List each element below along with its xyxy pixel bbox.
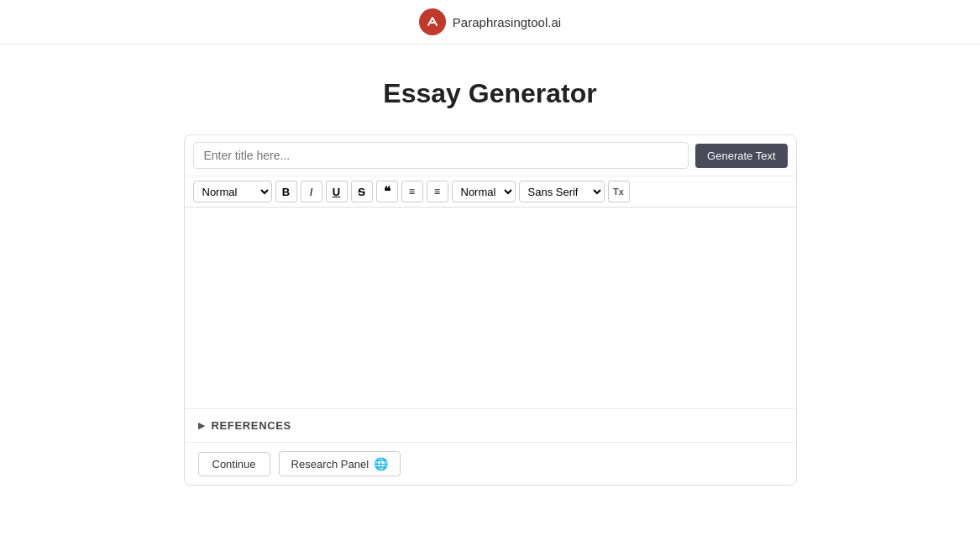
references-label: REFERENCES bbox=[212, 419, 291, 432]
unordered-list-button[interactable]: ≡ bbox=[427, 181, 448, 202]
clear-format-button[interactable]: Tx bbox=[608, 181, 630, 202]
continue-button[interactable]: Continue bbox=[198, 452, 270, 476]
editor-card: Generate Text Normal Heading 1 Heading 2… bbox=[184, 134, 797, 486]
page-title-section: Essay Generator bbox=[0, 45, 980, 134]
logo-icon bbox=[419, 8, 446, 35]
title-input[interactable] bbox=[193, 142, 689, 169]
editor-area[interactable] bbox=[185, 208, 796, 409]
strikethrough-button[interactable]: S bbox=[351, 181, 373, 202]
main-wrapper: Generate Text Normal Heading 1 Heading 2… bbox=[0, 134, 980, 502]
action-bar: Continue Research Panel 🌐 bbox=[185, 443, 796, 485]
font-select[interactable]: Sans Serif Serif Monospace bbox=[519, 181, 605, 202]
size-select[interactable]: Normal Small Large Huge bbox=[452, 181, 516, 202]
style-select[interactable]: Normal Heading 1 Heading 2 Heading 3 bbox=[193, 181, 272, 202]
references-arrow: ▶ bbox=[198, 420, 205, 431]
references-bar[interactable]: ▶ REFERENCES bbox=[185, 409, 796, 443]
globe-icon: 🌐 bbox=[374, 457, 388, 470]
generate-text-button[interactable]: Generate Text bbox=[695, 144, 787, 168]
brand-name: Paraphrasingtool.ai bbox=[453, 15, 561, 29]
underline-button[interactable]: U bbox=[326, 181, 348, 202]
title-input-row: Generate Text bbox=[185, 135, 796, 176]
quote-button[interactable]: ❝ bbox=[376, 181, 398, 202]
ordered-list-button[interactable]: ≡ bbox=[401, 181, 423, 202]
bold-button[interactable]: B bbox=[275, 181, 297, 202]
header: Paraphrasingtool.ai bbox=[0, 0, 980, 45]
toolbar: Normal Heading 1 Heading 2 Heading 3 B I… bbox=[185, 176, 796, 208]
research-panel-button[interactable]: Research Panel 🌐 bbox=[279, 451, 401, 476]
italic-button[interactable]: I bbox=[301, 181, 322, 202]
page-title: Essay Generator bbox=[17, 78, 963, 109]
